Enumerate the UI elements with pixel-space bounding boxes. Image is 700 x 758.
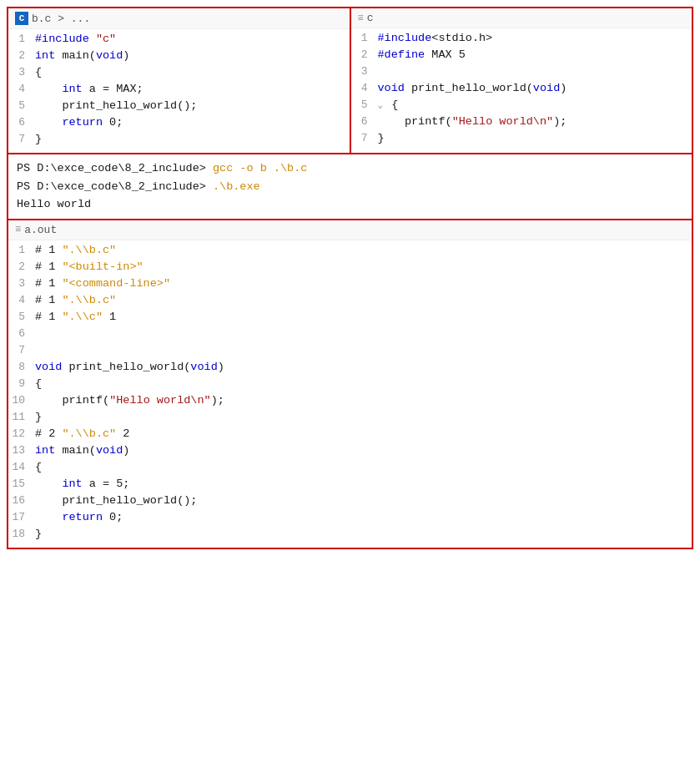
- table-row: 5 print_hello_world();: [8, 99, 350, 116]
- line-content: print_hello_world();: [35, 99, 197, 112]
- line-number: 16: [12, 494, 35, 507]
- line-number: 2: [355, 48, 378, 61]
- line-number: 10: [12, 394, 35, 407]
- line-content: #include<stdio.h>: [378, 32, 493, 44]
- line-number: 7: [12, 344, 35, 356]
- table-row: 13 int main(void): [8, 444, 692, 461]
- lines-icon: ≡: [358, 13, 364, 24]
- line-content: #include "c": [35, 33, 116, 45]
- right-filename: c: [367, 12, 374, 24]
- line-content: }: [378, 132, 385, 144]
- line-content: printf("Hello world\n");: [378, 115, 567, 128]
- line-content: ⌄ {: [378, 99, 399, 111]
- line-number: 6: [12, 327, 35, 340]
- table-row: 3 # 1 "<command-line>": [8, 277, 692, 294]
- table-row: 3: [351, 65, 692, 82]
- table-row: 6 printf("Hello world\n");: [351, 115, 692, 132]
- table-row: 7 }: [8, 133, 350, 149]
- line-content: int main(void): [35, 444, 129, 457]
- line-number: 5: [355, 99, 378, 111]
- line-content: {: [35, 66, 42, 78]
- table-row: 7: [8, 344, 692, 361]
- table-row: 1 # 1 ".\\b.c": [8, 244, 692, 260]
- line-number: 5: [12, 99, 35, 112]
- table-row: 18 }: [8, 528, 692, 544]
- aout-code-area: 1 # 1 ".\\b.c" 2 # 1 "<built-in>" 3 # 1 …: [8, 240, 692, 548]
- terminal-section: PS D:\exce_code\8_2_include> gcc -o b .\…: [8, 154, 692, 220]
- left-file-header: C b.c > ...: [8, 8, 350, 29]
- table-row: 1 #include "c": [8, 33, 350, 49]
- line-number: 1: [12, 244, 35, 256]
- table-row: 2 #define MAX 5: [351, 48, 692, 65]
- line-content: #define MAX 5: [378, 48, 466, 61]
- line-number: 15: [12, 478, 35, 490]
- line-content: {: [35, 377, 42, 390]
- table-row: 5 # 1 ".\\c" 1: [8, 311, 692, 327]
- line-number: 11: [12, 411, 35, 423]
- table-row: 10 printf("Hello world\n");: [8, 394, 692, 411]
- table-row: 3 {: [8, 66, 350, 83]
- line-number: 8: [12, 361, 35, 373]
- table-row: 4 # 1 ".\\b.c": [8, 294, 692, 311]
- aout-filename: a.out: [24, 224, 57, 236]
- line-number: 2: [12, 260, 35, 273]
- line-content: printf("Hello world\n");: [35, 394, 224, 407]
- table-row: 2 int main(void): [8, 49, 350, 66]
- table-row: 8 void print_hello_world(void): [8, 361, 692, 377]
- line-number: 1: [355, 32, 378, 44]
- panel-right: ≡ c 1 #include<stdio.h> 2 #define MAX 5 …: [351, 8, 692, 153]
- line-content: {: [35, 461, 42, 473]
- panel-left: C b.c > ... 1 #include "c" 2 int main(vo…: [8, 8, 351, 153]
- line-content: int main(void): [35, 49, 129, 62]
- right-file-header: ≡ c: [351, 8, 692, 28]
- line-number: 6: [355, 115, 378, 128]
- line-content: # 1 ".\\b.c": [35, 294, 116, 306]
- line-number: 7: [355, 132, 378, 144]
- line-content: # 2 ".\\b.c" 2: [35, 427, 129, 440]
- terminal-output: Hello world: [17, 195, 683, 214]
- line-content: # 1 ".\\b.c": [35, 244, 116, 256]
- table-row: 1 #include<stdio.h>: [351, 32, 692, 48]
- line-content: # 1 "<command-line>": [35, 277, 170, 290]
- table-row: 11 }: [8, 411, 692, 427]
- line-number: 3: [12, 277, 35, 290]
- table-row: 16 print_hello_world();: [8, 494, 692, 511]
- line-content: }: [35, 133, 42, 145]
- top-section: C b.c > ... 1 #include "c" 2 int main(vo…: [8, 8, 692, 154]
- right-code-area: 1 #include<stdio.h> 2 #define MAX 5 3 4 …: [351, 28, 692, 152]
- terminal-line-2: PS D:\exce_code\8_2_include> .\b.exe: [17, 178, 683, 196]
- table-row: 4 int a = MAX;: [8, 83, 350, 99]
- line-content: # 1 ".\\c" 1: [35, 311, 116, 323]
- line-number: 18: [12, 528, 35, 540]
- table-row: 9 {: [8, 377, 692, 394]
- line-number: 5: [12, 311, 35, 323]
- line-content: void print_hello_world(void): [378, 82, 567, 94]
- line-content: int a = 5;: [35, 478, 129, 490]
- line-content: print_hello_world();: [35, 494, 197, 507]
- line-number: 3: [12, 66, 35, 78]
- aout-file-header: ≡ a.out: [8, 220, 692, 240]
- line-number: 2: [12, 49, 35, 62]
- line-number: 4: [355, 82, 378, 94]
- line-content: }: [35, 528, 42, 540]
- line-number: 3: [355, 65, 378, 78]
- left-breadcrumb: b.c > ...: [32, 13, 90, 25]
- aout-section: ≡ a.out 1 # 1 ".\\b.c" 2 # 1 "<built-in>…: [8, 220, 692, 548]
- table-row: 7 }: [351, 132, 692, 149]
- line-number: 12: [12, 427, 35, 440]
- left-code-area: 1 #include "c" 2 int main(void) 3 { 4 in…: [8, 29, 350, 153]
- line-number: 13: [12, 444, 35, 457]
- table-row: 4 void print_hello_world(void): [351, 82, 692, 99]
- line-content: # 1 "<built-in>": [35, 260, 144, 273]
- line-number: 17: [12, 511, 35, 523]
- line-number: 1: [12, 33, 35, 45]
- aout-lines-icon: ≡: [15, 224, 21, 235]
- line-number: 4: [12, 294, 35, 306]
- line-content: return 0;: [35, 116, 123, 129]
- line-content: return 0;: [35, 511, 123, 523]
- terminal-line-1: PS D:\exce_code\8_2_include> gcc -o b .\…: [17, 159, 683, 178]
- table-row: 6 return 0;: [8, 116, 350, 133]
- table-row: 14 {: [8, 461, 692, 478]
- c-language-icon: C: [15, 12, 28, 25]
- table-row: 6: [8, 327, 692, 344]
